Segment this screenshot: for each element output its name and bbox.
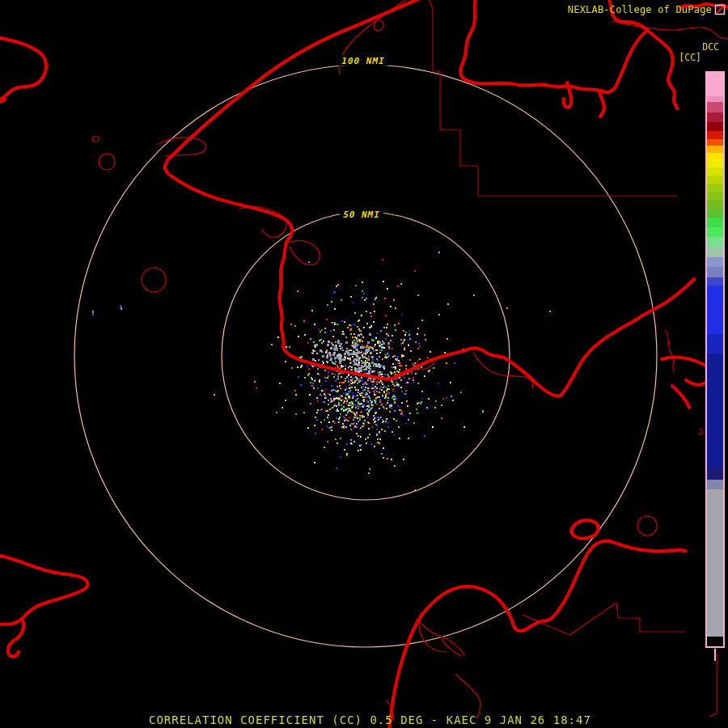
coastline-outlines xyxy=(0,0,728,728)
cc-scale-segment xyxy=(707,184,723,192)
cc-scale-segment xyxy=(707,480,723,489)
cc-scale-segment xyxy=(707,227,723,237)
cc-scale-segment xyxy=(707,353,723,468)
cc-scale-segment xyxy=(707,257,723,267)
cc-scale-segment xyxy=(707,210,723,218)
radar-display: 100 NMI 50 NMI NEXLAB-College of DuPage … xyxy=(0,0,728,728)
cc-scale-segment xyxy=(707,192,723,200)
product-unit-label: [CC] xyxy=(679,52,701,63)
map-overlay xyxy=(0,0,728,728)
coastline-detail-lines xyxy=(92,0,728,721)
cc-scale-segment xyxy=(707,286,723,334)
station-banner: NEXLAB-College of DuPage xyxy=(568,3,726,16)
cc-scale-segment xyxy=(707,153,723,160)
range-ring-label-100: 100 NMI xyxy=(338,56,387,66)
cc-scale-segment xyxy=(707,102,723,112)
cc-scale-segment xyxy=(707,176,723,184)
cc-scale-segment xyxy=(707,139,723,146)
cc-scale-segment xyxy=(707,200,723,210)
station-banner-text: NEXLAB-College of DuPage xyxy=(568,4,712,15)
cc-scale-segment xyxy=(707,218,723,227)
range-ring-label-50: 50 NMI xyxy=(340,210,383,220)
cc-scale-segment xyxy=(707,146,723,153)
cc-scale-segment xyxy=(707,96,723,102)
product-title: CORRELATION COEFFICIENT (CC) 0.5 DEG - K… xyxy=(149,713,591,726)
cc-scale-segment xyxy=(707,237,723,247)
cc-scale-segment xyxy=(707,131,723,139)
range-ring-50 xyxy=(222,212,510,500)
cc-scale-segment xyxy=(707,167,723,176)
cc-scale-segment xyxy=(707,112,723,122)
cc-scale-segment xyxy=(707,277,723,286)
cc-scale-segment xyxy=(707,468,723,480)
cc-scale-segment xyxy=(707,489,723,637)
cc-scale-segment xyxy=(707,73,723,96)
product-code-label: DCC xyxy=(702,41,719,53)
cc-scale-segment xyxy=(707,334,723,353)
cc-scale-segment xyxy=(707,122,723,131)
cod-logo-icon xyxy=(714,3,726,16)
cc-scale-segment xyxy=(707,267,723,277)
range-rings xyxy=(74,65,657,647)
cc-scale-segment xyxy=(707,637,723,646)
cc-scale-segment xyxy=(707,160,723,167)
range-ring-100 xyxy=(74,65,657,647)
cc-color-scale-tick xyxy=(714,649,716,661)
cc-scale-segment xyxy=(707,247,723,257)
cc-color-scale xyxy=(705,71,725,648)
